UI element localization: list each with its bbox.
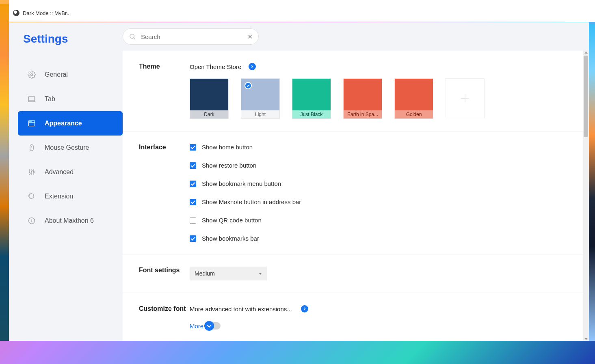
- checkbox-icon[interactable]: [190, 162, 196, 169]
- settings-search[interactable]: ✕: [123, 28, 259, 45]
- sidebar-item-label: Tab: [45, 95, 55, 103]
- sidebar-item-appearance[interactable]: Appearance: [18, 111, 123, 136]
- browser-tab[interactable]: Dark Mode :: MyBr...: [13, 10, 71, 16]
- checkbox-label: Show bookmarks bar: [202, 235, 259, 242]
- sidebar-item-extension[interactable]: Extension: [9, 184, 123, 209]
- scrollbar-thumb[interactable]: [584, 56, 588, 137]
- section-heading: Font settings: [139, 267, 190, 280]
- toggle-knob-icon: [204, 321, 214, 331]
- sidebar-item-label: Extension: [45, 193, 73, 200]
- sidebar-item-label: General: [45, 71, 68, 78]
- theme-caption: Golden: [395, 110, 433, 118]
- checkbox-label: Show Maxnote button in address bar: [202, 198, 301, 205]
- svg-point-5: [31, 170, 32, 171]
- window-icon: [28, 119, 36, 127]
- theme-preview: [190, 79, 228, 110]
- arrow-right-icon: [249, 63, 256, 70]
- theme-card-earth[interactable]: Earth in Spa...: [343, 78, 382, 119]
- more-font-row: More: [190, 322, 567, 330]
- theme-card-light[interactable]: Light: [241, 78, 280, 119]
- info-icon: [28, 217, 36, 225]
- theme-preview: [344, 79, 382, 110]
- sidebar-item-advanced[interactable]: Advanced: [9, 160, 123, 184]
- checkbox-bookmark-menu[interactable]: Show bookmark menu button: [190, 180, 567, 187]
- check-icon: [244, 82, 252, 89]
- sidebar-item-mouse-gesture[interactable]: Mouse Gesture: [9, 136, 123, 160]
- mouse-icon: [28, 144, 36, 152]
- open-theme-store-label: Open Theme Store: [190, 63, 241, 70]
- chevron-down-icon: [259, 273, 262, 275]
- plus-icon: [459, 92, 471, 104]
- sidebar: Settings General Tab Appearance Mouse Ge…: [9, 22, 123, 341]
- wallpaper-left: [0, 4, 9, 341]
- section-theme: Theme Open Theme Store Dark: [123, 51, 583, 131]
- svg-rect-3: [30, 145, 33, 151]
- section-heading: Customize font: [139, 305, 190, 330]
- checkbox-label: Show home button: [202, 144, 253, 151]
- checkbox-icon[interactable]: [190, 199, 196, 205]
- sidebar-item-label: Appearance: [45, 120, 82, 127]
- sidebar-item-label: About Maxthon 6: [45, 217, 94, 224]
- wallpaper-right: [589, 24, 595, 341]
- theme-caption: Light: [241, 110, 279, 118]
- theme-card-golden[interactable]: Golden: [394, 78, 433, 119]
- laptop-icon: [28, 95, 36, 103]
- vertical-scrollbar[interactable]: [583, 51, 589, 341]
- gear-icon: [28, 71, 36, 79]
- browser-tab-title: Dark Mode :: MyBr...: [23, 10, 71, 16]
- sidebar-item-label: Advanced: [45, 168, 74, 176]
- font-size-select[interactable]: Medium: [190, 267, 267, 280]
- theme-card-dark[interactable]: Dark: [190, 78, 229, 119]
- checkbox-label: Show bookmark menu button: [202, 180, 281, 187]
- section-heading: Interface: [139, 144, 190, 242]
- sidebar-item-tab[interactable]: Tab: [9, 87, 123, 111]
- toolbar-strip: [9, 0, 595, 4]
- sidebar-item-general[interactable]: General: [9, 62, 123, 87]
- svg-rect-1: [29, 97, 35, 101]
- browser-tabbar: Dark Mode :: MyBr...: [9, 4, 565, 22]
- sliders-icon: [28, 168, 36, 176]
- puzzle-icon: [28, 192, 36, 200]
- section-font-settings: Font settings Medium: [123, 254, 583, 293]
- advanced-font-link[interactable]: More advanced font with extensions...: [190, 305, 567, 312]
- theme-caption: Earth in Spa...: [344, 110, 382, 118]
- svg-point-6: [33, 171, 34, 172]
- checkbox-home-button[interactable]: Show home button: [190, 144, 567, 151]
- sidebar-item-label: Mouse Gesture: [45, 144, 89, 151]
- font-size-value: Medium: [195, 270, 215, 277]
- checkbox-label: Show restore button: [202, 162, 256, 169]
- clear-search-button[interactable]: ✕: [247, 33, 253, 41]
- open-theme-store-link[interactable]: Open Theme Store: [190, 63, 567, 70]
- moon-icon: [13, 10, 19, 16]
- settings-title: Settings: [9, 32, 123, 45]
- checkbox-icon[interactable]: [190, 144, 196, 151]
- svg-point-4: [29, 173, 30, 174]
- section-interface: Interface Show home button Show restore …: [123, 131, 583, 254]
- more-toggle[interactable]: [208, 322, 221, 330]
- svg-point-0: [31, 74, 33, 76]
- checkbox-label: Show QR code button: [202, 217, 262, 224]
- theme-caption: Dark: [190, 110, 228, 118]
- theme-card-justblack[interactable]: Just Black: [292, 78, 331, 119]
- checkbox-icon[interactable]: [190, 181, 196, 187]
- checkbox-bookmarks-bar[interactable]: Show bookmarks bar: [190, 235, 567, 242]
- theme-list: Dark Light Just Black: [190, 78, 567, 119]
- arrow-right-icon: [301, 305, 308, 312]
- toolbar-right-strip: [565, 0, 595, 22]
- checkbox-qrcode[interactable]: Show QR code button: [190, 217, 567, 224]
- more-link[interactable]: More: [190, 323, 203, 330]
- settings-panel: Theme Open Theme Store Dark: [123, 51, 583, 341]
- main-content: ✕ Theme Open Theme Store Dark: [123, 22, 589, 341]
- theme-caption: Just Black: [292, 110, 331, 118]
- svg-point-8: [130, 34, 134, 39]
- checkbox-maxnote[interactable]: Show Maxnote button in address bar: [190, 198, 567, 205]
- advanced-font-label: More advanced font with extensions...: [190, 306, 292, 312]
- sidebar-item-about[interactable]: About Maxthon 6: [9, 209, 123, 233]
- theme-preview: [395, 79, 433, 110]
- search-input[interactable]: [141, 33, 242, 40]
- checkbox-icon[interactable]: [190, 235, 196, 242]
- checkbox-icon[interactable]: [190, 217, 196, 224]
- theme-preview: [292, 79, 331, 110]
- add-theme-button[interactable]: [446, 78, 485, 118]
- checkbox-restore-button[interactable]: Show restore button: [190, 162, 567, 169]
